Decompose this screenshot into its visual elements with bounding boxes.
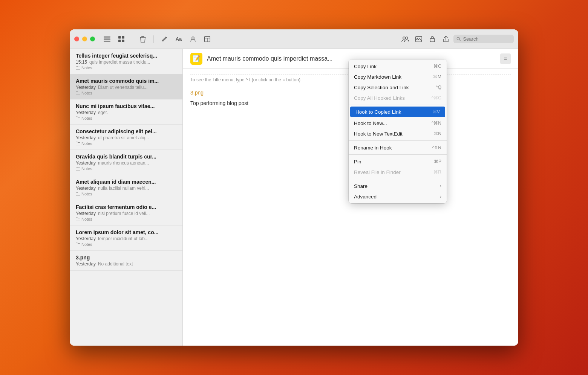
note-meta: Yesterday tempor incididunt ut lab... [76, 236, 176, 241]
sidebar: Tellus integer feugiat scelerisq... 15:1… [70, 49, 183, 346]
note-item-2[interactable]: Nunc mi ipsum faucibus vitae... Yesterda… [70, 99, 182, 125]
menu-item-10[interactable]: Share › [349, 181, 447, 191]
minimize-button[interactable] [82, 37, 87, 41]
note-item-0[interactable]: Tellus integer feugiat scelerisq... 15:1… [70, 49, 182, 74]
note-date: Yesterday [76, 135, 96, 140]
toolbar-right [399, 33, 514, 45]
note-preview: mauris rhoncus aenean... [98, 160, 149, 166]
menu-separator-3 [349, 105, 447, 105]
note-meta: Yesterday eget. [76, 110, 176, 115]
note-item-3[interactable]: Consectetur adipiscing elit pel... Yeste… [70, 125, 182, 150]
note-icon: 📝 [190, 53, 202, 65]
menu-separator-7 [349, 154, 447, 155]
note-date: Yesterday [76, 186, 96, 191]
window-controls [74, 37, 95, 41]
note-folder: Notes [76, 91, 176, 95]
main-content: Tellus integer feugiat scelerisq... 15:1… [70, 49, 518, 346]
note-title: Amet mauris commodo quis im... [76, 78, 176, 84]
menu-label-5: Hook to New... [354, 120, 432, 126]
note-title: Facilisi cras fermentum odio e... [76, 204, 176, 210]
collaborate-icon[interactable] [399, 33, 411, 45]
note-item-4[interactable]: Gravida quis blandit turpis cur... Yeste… [70, 150, 182, 175]
menu-item-9: Reveal File in Finder ⌘R [349, 167, 447, 177]
maximize-button[interactable] [90, 37, 95, 41]
search-input[interactable] [463, 36, 511, 42]
menu-separator-6 [349, 140, 447, 141]
note-folder: Notes [76, 166, 176, 171]
toolbar-divider-1 [132, 35, 132, 43]
menu-label-2: Copy Selection and Link [354, 85, 436, 90]
menu-item-11[interactable]: Advanced › [349, 191, 447, 202]
media-icon[interactable] [413, 33, 425, 45]
note-title: Nunc mi ipsum faucibus vitae... [76, 103, 176, 109]
menu-label-10: Share [354, 183, 440, 189]
svg-point-12 [406, 37, 408, 39]
font-icon[interactable]: Aa [173, 33, 185, 45]
menu-shortcut-1: ⌘M [433, 74, 441, 79]
note-preview: quis imperdiet massa tincidu... [89, 59, 150, 65]
menu-item-3: Copy All Hooked Links ^⌘C [349, 93, 447, 103]
list-view-icon[interactable] [101, 33, 113, 45]
search-icon [456, 37, 461, 41]
menu-shortcut-6: ⌘N [433, 131, 441, 136]
menu-label-8: Pin [354, 159, 434, 165]
note-date: 15:15 [76, 59, 87, 65]
toolbar-left: Aa [101, 33, 213, 45]
compose-icon[interactable] [158, 33, 170, 45]
note-meta: Yesterday nisl pretium fusce id veli... [76, 211, 176, 216]
menu-item-7[interactable]: Rename in Hook ^⇧R [349, 142, 447, 153]
menu-separator-9 [349, 179, 447, 179]
note-preview: ut pharetra sit amet aliq... [98, 135, 149, 140]
svg-rect-0 [104, 37, 110, 38]
note-preview: nisl pretium fusce id veli... [98, 211, 150, 216]
toolbar-divider-2 [153, 35, 154, 43]
note-meta: Yesterday mauris rhoncus aenean... [76, 160, 176, 166]
menu-item-1[interactable]: Copy Markdown Link ⌘M [349, 72, 447, 82]
menu-item-2[interactable]: Copy Selection and Link ^Q [349, 82, 447, 93]
svg-rect-1 [104, 38, 110, 40]
close-button[interactable] [74, 37, 79, 41]
menu-item-5[interactable]: Hook to New... ^⌘N [349, 118, 447, 128]
note-date: Yesterday [76, 85, 96, 90]
note-meta: 15:15 quis imperdiet massa tincidu... [76, 59, 176, 65]
note-item-6[interactable]: Facilisi cras fermentum odio e... Yester… [70, 200, 182, 226]
note-folder: Notes [76, 192, 176, 196]
note-date: Yesterday [76, 261, 96, 267]
note-date: Yesterday [76, 236, 96, 241]
menu-shortcut-9: ⌘R [433, 169, 441, 175]
menu-arrow-10: › [440, 183, 441, 189]
note-date: Yesterday [76, 211, 96, 216]
lock-icon[interactable] [426, 33, 438, 45]
menu-shortcut-4: ⌘V [432, 109, 440, 114]
search-box[interactable] [453, 35, 514, 43]
svg-line-17 [459, 40, 460, 41]
note-item-7[interactable]: Lorem ipsum dolor sit amet, co... Yester… [70, 226, 182, 251]
menu-shortcut-7: ^⇧R [432, 145, 441, 150]
grid-view-icon[interactable] [115, 33, 127, 45]
note-item-8[interactable]: 3.png Yesterday No additional text [70, 251, 182, 271]
svg-rect-3 [118, 36, 121, 39]
svg-point-11 [403, 37, 405, 39]
note-meta: Yesterday Diam ut venenatis tellu... [76, 85, 176, 90]
note-meta: Yesterday nulla facilisi nullam vehi... [76, 186, 176, 191]
menu-item-8[interactable]: Pin ⌘P [349, 156, 447, 167]
menu-item-4[interactable]: Hook to Copied Link ⌘V [350, 107, 445, 117]
table-icon[interactable] [201, 33, 213, 45]
note-item-5[interactable]: Amet aliquam id diam maecen... Yesterday… [70, 175, 182, 200]
svg-rect-2 [104, 41, 110, 42]
menu-item-0[interactable]: Copy Link ⌘C [349, 61, 447, 72]
menu-label-6: Hook to New TextEdit [354, 131, 433, 137]
note-title: 3.png [76, 255, 176, 261]
share-icon[interactable] [440, 33, 452, 45]
note-date: Yesterday [76, 110, 96, 115]
note-title: Tellus integer feugiat scelerisq... [76, 53, 176, 59]
editor-menu-button[interactable]: ≡ [500, 53, 511, 64]
menu-label-1: Copy Markdown Link [354, 74, 433, 80]
note-preview: tempor incididunt ut lab... [98, 236, 149, 241]
menu-label-0: Copy Link [354, 64, 433, 69]
menu-item-6[interactable]: Hook to New TextEdit ⌘N [349, 128, 447, 139]
contact-icon[interactable] [187, 33, 199, 45]
note-title: Amet aliquam id diam maecen... [76, 179, 176, 185]
note-item-1[interactable]: Amet mauris commodo quis im... Yesterday… [70, 74, 182, 99]
trash-icon[interactable] [137, 33, 149, 45]
